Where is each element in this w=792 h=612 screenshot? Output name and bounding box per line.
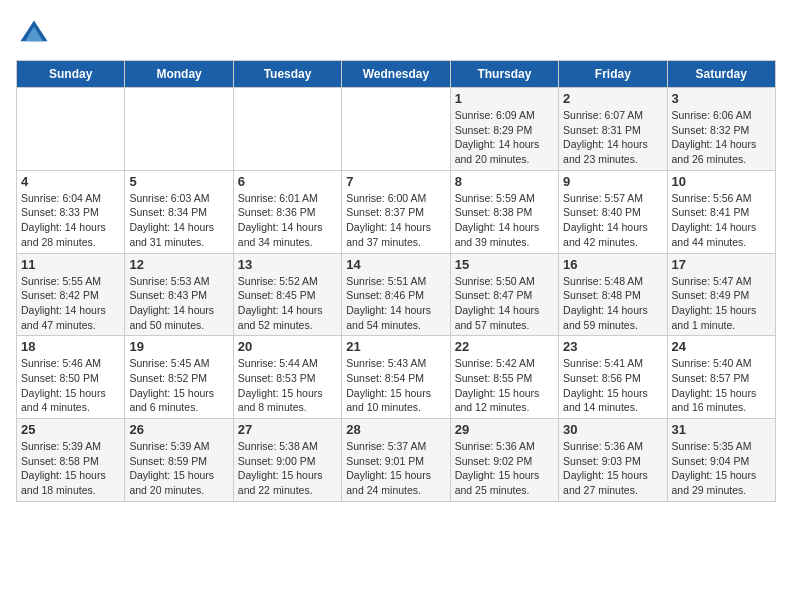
calendar-cell bbox=[233, 88, 341, 171]
day-number: 16 bbox=[563, 257, 662, 272]
day-info: Sunrise: 5:55 AM Sunset: 8:42 PM Dayligh… bbox=[21, 274, 120, 333]
day-number: 5 bbox=[129, 174, 228, 189]
day-info: Sunrise: 5:40 AM Sunset: 8:57 PM Dayligh… bbox=[672, 356, 771, 415]
day-info: Sunrise: 5:59 AM Sunset: 8:38 PM Dayligh… bbox=[455, 191, 554, 250]
calendar-cell: 12Sunrise: 5:53 AM Sunset: 8:43 PM Dayli… bbox=[125, 253, 233, 336]
week-row-2: 11Sunrise: 5:55 AM Sunset: 8:42 PM Dayli… bbox=[17, 253, 776, 336]
day-number: 19 bbox=[129, 339, 228, 354]
day-number: 30 bbox=[563, 422, 662, 437]
header-day-thursday: Thursday bbox=[450, 61, 558, 88]
day-number: 4 bbox=[21, 174, 120, 189]
calendar-cell: 26Sunrise: 5:39 AM Sunset: 8:59 PM Dayli… bbox=[125, 419, 233, 502]
day-info: Sunrise: 5:38 AM Sunset: 9:00 PM Dayligh… bbox=[238, 439, 337, 498]
day-info: Sunrise: 6:00 AM Sunset: 8:37 PM Dayligh… bbox=[346, 191, 445, 250]
calendar-cell: 19Sunrise: 5:45 AM Sunset: 8:52 PM Dayli… bbox=[125, 336, 233, 419]
calendar-cell: 29Sunrise: 5:36 AM Sunset: 9:02 PM Dayli… bbox=[450, 419, 558, 502]
day-info: Sunrise: 5:35 AM Sunset: 9:04 PM Dayligh… bbox=[672, 439, 771, 498]
header-day-saturday: Saturday bbox=[667, 61, 775, 88]
day-info: Sunrise: 5:37 AM Sunset: 9:01 PM Dayligh… bbox=[346, 439, 445, 498]
week-row-3: 18Sunrise: 5:46 AM Sunset: 8:50 PM Dayli… bbox=[17, 336, 776, 419]
day-info: Sunrise: 6:09 AM Sunset: 8:29 PM Dayligh… bbox=[455, 108, 554, 167]
calendar-cell: 23Sunrise: 5:41 AM Sunset: 8:56 PM Dayli… bbox=[559, 336, 667, 419]
day-number: 10 bbox=[672, 174, 771, 189]
day-number: 6 bbox=[238, 174, 337, 189]
day-number: 2 bbox=[563, 91, 662, 106]
day-info: Sunrise: 5:50 AM Sunset: 8:47 PM Dayligh… bbox=[455, 274, 554, 333]
header-day-sunday: Sunday bbox=[17, 61, 125, 88]
calendar-table: SundayMondayTuesdayWednesdayThursdayFrid… bbox=[16, 60, 776, 502]
day-number: 21 bbox=[346, 339, 445, 354]
page-header bbox=[16, 16, 776, 52]
calendar-cell: 13Sunrise: 5:52 AM Sunset: 8:45 PM Dayli… bbox=[233, 253, 341, 336]
calendar-cell: 16Sunrise: 5:48 AM Sunset: 8:48 PM Dayli… bbox=[559, 253, 667, 336]
day-info: Sunrise: 5:39 AM Sunset: 8:59 PM Dayligh… bbox=[129, 439, 228, 498]
day-number: 27 bbox=[238, 422, 337, 437]
day-number: 18 bbox=[21, 339, 120, 354]
calendar-cell: 28Sunrise: 5:37 AM Sunset: 9:01 PM Dayli… bbox=[342, 419, 450, 502]
day-number: 13 bbox=[238, 257, 337, 272]
header-row: SundayMondayTuesdayWednesdayThursdayFrid… bbox=[17, 61, 776, 88]
day-number: 17 bbox=[672, 257, 771, 272]
calendar-cell: 5Sunrise: 6:03 AM Sunset: 8:34 PM Daylig… bbox=[125, 170, 233, 253]
day-number: 15 bbox=[455, 257, 554, 272]
calendar-cell: 10Sunrise: 5:56 AM Sunset: 8:41 PM Dayli… bbox=[667, 170, 775, 253]
calendar-cell: 6Sunrise: 6:01 AM Sunset: 8:36 PM Daylig… bbox=[233, 170, 341, 253]
day-info: Sunrise: 5:45 AM Sunset: 8:52 PM Dayligh… bbox=[129, 356, 228, 415]
day-number: 31 bbox=[672, 422, 771, 437]
calendar-cell: 2Sunrise: 6:07 AM Sunset: 8:31 PM Daylig… bbox=[559, 88, 667, 171]
header-day-monday: Monday bbox=[125, 61, 233, 88]
day-info: Sunrise: 5:52 AM Sunset: 8:45 PM Dayligh… bbox=[238, 274, 337, 333]
calendar-cell: 1Sunrise: 6:09 AM Sunset: 8:29 PM Daylig… bbox=[450, 88, 558, 171]
calendar-cell: 18Sunrise: 5:46 AM Sunset: 8:50 PM Dayli… bbox=[17, 336, 125, 419]
calendar-cell: 7Sunrise: 6:00 AM Sunset: 8:37 PM Daylig… bbox=[342, 170, 450, 253]
calendar-cell bbox=[342, 88, 450, 171]
day-number: 24 bbox=[672, 339, 771, 354]
calendar-cell: 14Sunrise: 5:51 AM Sunset: 8:46 PM Dayli… bbox=[342, 253, 450, 336]
calendar-cell: 27Sunrise: 5:38 AM Sunset: 9:00 PM Dayli… bbox=[233, 419, 341, 502]
calendar-cell: 20Sunrise: 5:44 AM Sunset: 8:53 PM Dayli… bbox=[233, 336, 341, 419]
day-info: Sunrise: 6:06 AM Sunset: 8:32 PM Dayligh… bbox=[672, 108, 771, 167]
header-day-tuesday: Tuesday bbox=[233, 61, 341, 88]
calendar-cell: 4Sunrise: 6:04 AM Sunset: 8:33 PM Daylig… bbox=[17, 170, 125, 253]
day-info: Sunrise: 6:07 AM Sunset: 8:31 PM Dayligh… bbox=[563, 108, 662, 167]
day-number: 14 bbox=[346, 257, 445, 272]
calendar-cell: 8Sunrise: 5:59 AM Sunset: 8:38 PM Daylig… bbox=[450, 170, 558, 253]
week-row-4: 25Sunrise: 5:39 AM Sunset: 8:58 PM Dayli… bbox=[17, 419, 776, 502]
calendar-cell: 22Sunrise: 5:42 AM Sunset: 8:55 PM Dayli… bbox=[450, 336, 558, 419]
calendar-cell: 15Sunrise: 5:50 AM Sunset: 8:47 PM Dayli… bbox=[450, 253, 558, 336]
day-info: Sunrise: 5:44 AM Sunset: 8:53 PM Dayligh… bbox=[238, 356, 337, 415]
header-day-wednesday: Wednesday bbox=[342, 61, 450, 88]
day-number: 20 bbox=[238, 339, 337, 354]
day-number: 23 bbox=[563, 339, 662, 354]
calendar-cell: 9Sunrise: 5:57 AM Sunset: 8:40 PM Daylig… bbox=[559, 170, 667, 253]
day-number: 12 bbox=[129, 257, 228, 272]
header-day-friday: Friday bbox=[559, 61, 667, 88]
day-number: 28 bbox=[346, 422, 445, 437]
logo-icon bbox=[16, 16, 52, 52]
day-info: Sunrise: 5:46 AM Sunset: 8:50 PM Dayligh… bbox=[21, 356, 120, 415]
calendar-cell bbox=[17, 88, 125, 171]
calendar-cell: 11Sunrise: 5:55 AM Sunset: 8:42 PM Dayli… bbox=[17, 253, 125, 336]
calendar-header: SundayMondayTuesdayWednesdayThursdayFrid… bbox=[17, 61, 776, 88]
week-row-1: 4Sunrise: 6:04 AM Sunset: 8:33 PM Daylig… bbox=[17, 170, 776, 253]
day-number: 11 bbox=[21, 257, 120, 272]
day-info: Sunrise: 5:48 AM Sunset: 8:48 PM Dayligh… bbox=[563, 274, 662, 333]
day-info: Sunrise: 5:36 AM Sunset: 9:03 PM Dayligh… bbox=[563, 439, 662, 498]
day-info: Sunrise: 6:01 AM Sunset: 8:36 PM Dayligh… bbox=[238, 191, 337, 250]
day-info: Sunrise: 5:57 AM Sunset: 8:40 PM Dayligh… bbox=[563, 191, 662, 250]
day-number: 3 bbox=[672, 91, 771, 106]
day-number: 22 bbox=[455, 339, 554, 354]
calendar-cell: 17Sunrise: 5:47 AM Sunset: 8:49 PM Dayli… bbox=[667, 253, 775, 336]
day-number: 26 bbox=[129, 422, 228, 437]
day-info: Sunrise: 5:51 AM Sunset: 8:46 PM Dayligh… bbox=[346, 274, 445, 333]
day-number: 7 bbox=[346, 174, 445, 189]
day-number: 8 bbox=[455, 174, 554, 189]
day-number: 25 bbox=[21, 422, 120, 437]
week-row-0: 1Sunrise: 6:09 AM Sunset: 8:29 PM Daylig… bbox=[17, 88, 776, 171]
day-number: 29 bbox=[455, 422, 554, 437]
calendar-cell: 3Sunrise: 6:06 AM Sunset: 8:32 PM Daylig… bbox=[667, 88, 775, 171]
day-info: Sunrise: 5:47 AM Sunset: 8:49 PM Dayligh… bbox=[672, 274, 771, 333]
day-info: Sunrise: 6:03 AM Sunset: 8:34 PM Dayligh… bbox=[129, 191, 228, 250]
day-info: Sunrise: 6:04 AM Sunset: 8:33 PM Dayligh… bbox=[21, 191, 120, 250]
calendar-cell: 30Sunrise: 5:36 AM Sunset: 9:03 PM Dayli… bbox=[559, 419, 667, 502]
